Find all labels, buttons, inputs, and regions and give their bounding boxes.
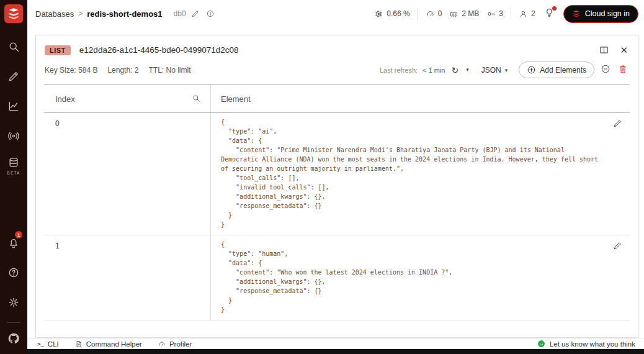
edit-element-icon[interactable] [612, 240, 624, 253]
profiler-toggle[interactable]: Profiler [158, 340, 192, 348]
key-length-value: 2 [135, 66, 139, 75]
user-icon [519, 9, 528, 19]
insights-notification-dot [552, 6, 557, 11]
notifications-bell-icon[interactable]: 1 [0, 228, 27, 258]
cli-prompt-icon: >_ [37, 341, 44, 347]
row-element-json: { "type": "ai", "data": { "content": "Pr… [221, 117, 602, 229]
pubsub-icon[interactable] [0, 121, 27, 151]
help-icon[interactable] [0, 258, 27, 288]
key-toolbar: Last refresh: < 1 min ↻ ▾ JSON ▾ Add Ele… [380, 61, 629, 78]
key-details-panel: LIST e12dda26-a1c1-4465-bde0-0499071d2c0… [35, 35, 638, 338]
redis-logo[interactable] [4, 4, 23, 23]
db-index-group: db0 [174, 8, 216, 19]
last-refresh-value: < 1 min [423, 66, 445, 74]
row-index: 1 [44, 235, 211, 320]
profiler-gauge-icon [158, 340, 166, 348]
key-ttl-value[interactable]: No limit [166, 66, 191, 75]
metric-clients: 2 [519, 9, 535, 19]
plus-circle-icon [527, 65, 536, 75]
cli-toggle[interactable]: >_ CLI [37, 340, 59, 348]
main-column: Databases > redis-short-demos1 db0 0.66 … [27, 0, 644, 354]
key-icon [486, 9, 496, 19]
row-element-json: { "type": "human", "data": { "content": … [221, 240, 602, 314]
breadcrumb-databases[interactable]: Databases [35, 9, 74, 19]
key-size: Key Size: 584 B [45, 66, 97, 75]
metric-keys: 3 [486, 9, 503, 19]
add-elements-button[interactable]: Add Elements [519, 61, 594, 78]
metric-ops-value: 0 [438, 9, 442, 18]
key-meta-row: Key Size: 584 B Length: 2 TTL: No limit … [36, 60, 638, 84]
search-icon[interactable] [190, 93, 202, 106]
auto-refresh-chevron-icon[interactable]: ▾ [465, 67, 470, 73]
insights-bulb-icon[interactable] [543, 6, 556, 21]
analytics-icon[interactable] [0, 91, 27, 121]
table-body: 0 { "type": "ai", "data": { "content": "… [44, 113, 630, 320]
value-format-value: JSON [481, 66, 501, 75]
metric-cpu-value: 0.66 % [387, 9, 409, 18]
value-format-select[interactable]: JSON ▾ [481, 66, 508, 75]
row-element-cell[interactable]: { "type": "ai", "data": { "content": "Pr… [211, 113, 630, 235]
topbar: Databases > redis-short-demos1 db0 0.66 … [27, 0, 644, 27]
refresh-icon[interactable]: ↻ [450, 66, 460, 75]
key-size-value: 584 B [78, 66, 97, 75]
feedback-label: Let us know what you think [550, 340, 635, 348]
sidebar-nav: BETA [0, 32, 27, 181]
settings-gear-icon[interactable] [0, 288, 27, 317]
db-info-icon[interactable] [205, 8, 216, 19]
browser-search-icon[interactable] [0, 32, 27, 61]
cpu-icon [374, 9, 383, 19]
delete-key-icon[interactable] [617, 63, 629, 77]
key-type-badge: LIST [45, 45, 71, 55]
profiler-label: Profiler [169, 340, 192, 348]
column-header-element: Element [211, 94, 630, 104]
edit-element-icon[interactable] [612, 117, 624, 131]
feedback-link[interactable]: Let us know what you think [537, 340, 635, 348]
row-index: 0 [44, 113, 211, 235]
table-row: 0 { "type": "ai", "data": { "content": "… [44, 113, 630, 235]
key-header: LIST e12dda26-a1c1-4465-bde0-0499071d2c0… [36, 35, 638, 60]
cli-label: CLI [48, 340, 59, 348]
metrics-divider [418, 7, 418, 20]
key-ttl-label: TTL: [148, 66, 164, 75]
github-icon[interactable] [0, 328, 27, 349]
metrics-divider [511, 7, 511, 20]
beta-label: BETA [7, 171, 20, 175]
breadcrumb-db-name: redis-short-demos1 [87, 9, 162, 19]
metric-memory-value: 2 MB [462, 9, 479, 18]
breadcrumb: Databases > redis-short-demos1 [35, 9, 163, 19]
metric-clients-value: 2 [531, 9, 535, 18]
key-name: e12dda26-a1c1-4465-bde0-0499071d2c08 [79, 45, 239, 55]
key-size-label: Key Size: [45, 66, 76, 75]
workbench-icon[interactable] [0, 61, 27, 91]
triggers-functions-icon[interactable]: BETA [0, 151, 27, 181]
key-ttl: TTL: No limit [148, 66, 190, 75]
sidebar-bottom: 1 [0, 228, 27, 349]
columns-toggle-icon[interactable] [597, 43, 610, 57]
elements-table: Index Element 0 { [44, 84, 630, 337]
redisinsight-app: BETA 1 Databases > [0, 0, 644, 354]
column-header-index: Index [44, 85, 211, 112]
document-icon [75, 340, 83, 348]
row-element-cell[interactable]: { "type": "human", "data": { "content": … [211, 235, 630, 320]
metric-cpu: 0.66 % [374, 9, 409, 19]
overview-metrics: 0.66 % 0 2 MB 3 2 [374, 5, 638, 23]
metric-keys-value: 3 [499, 9, 503, 18]
command-helper-toggle[interactable]: Command Helper [75, 340, 142, 348]
memory-icon [449, 9, 458, 19]
status-bar: >_ CLI Command Helper Profiler Let us kn… [27, 338, 644, 349]
chevron-down-icon: ▾ [505, 67, 508, 73]
edit-db-alias-icon[interactable] [190, 8, 201, 19]
db-index[interactable]: db0 [174, 9, 186, 18]
notification-badge: 1 [15, 231, 22, 238]
metric-memory: 2 MB [449, 9, 479, 19]
add-elements-label: Add Elements [540, 66, 586, 75]
close-key-icon[interactable]: ✕ [619, 44, 629, 56]
ops-gauge-icon [426, 9, 435, 19]
key-length-label: Length: [107, 66, 132, 75]
content-area: LIST e12dda26-a1c1-4465-bde0-0499071d2c0… [27, 27, 644, 338]
remove-elements-icon[interactable] [599, 63, 612, 77]
last-refresh-label: Last refresh: [380, 66, 418, 74]
cloud-sign-in-button[interactable]: Cloud sign in [563, 5, 638, 23]
smiley-icon [537, 340, 545, 348]
command-helper-label: Command Helper [86, 340, 142, 348]
